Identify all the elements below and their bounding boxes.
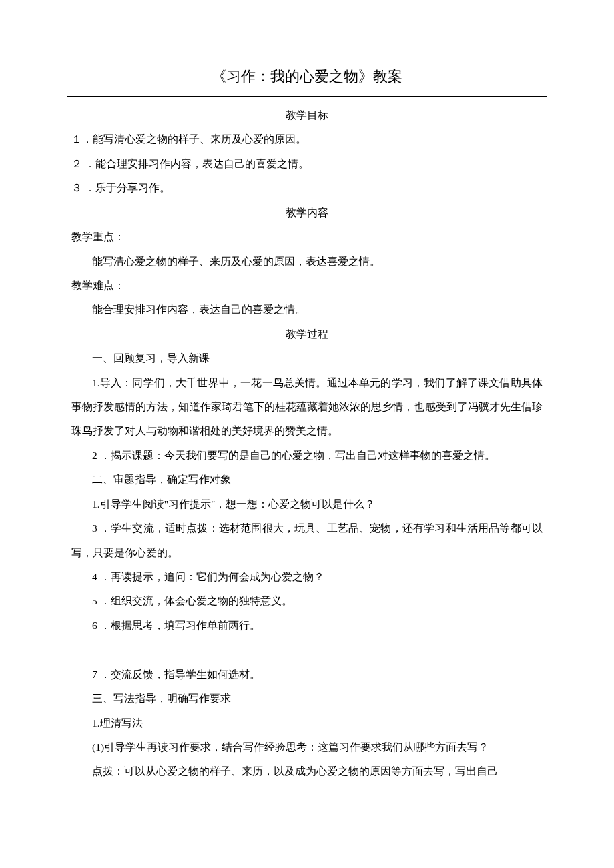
- keypoint-text: 能写清心爱之物的样子、来历及心爱的原因，表达喜爱之情。: [71, 250, 543, 274]
- difficulty-label: 教学难点：: [71, 274, 543, 298]
- part2-item-6: 6 ．根据思考，填写习作单前两行。: [71, 614, 543, 638]
- part3-item-1: 1.理清写法: [71, 711, 543, 735]
- part2-item-7: 7 ．交流反馈，指导学生如何选材。: [71, 663, 543, 687]
- blank-line: [71, 638, 543, 662]
- part3-heading: 三、写法指导，明确写作要求: [71, 687, 543, 711]
- keypoint-label: 教学重点：: [71, 225, 543, 249]
- part2-item-3: 3 ．学生交流，适时点拨：选材范围很大，玩具、工艺品、宠物，还有学习和生活用品等…: [71, 516, 543, 565]
- section-heading-content: 教学内容: [71, 201, 543, 225]
- section-heading-process: 教学过程: [71, 322, 543, 346]
- part1-item-1: 1.导入：同学们，大千世界中，一花一鸟总关情。通过本单元的学习，我们了解了课文借…: [71, 371, 543, 444]
- page: 《习作：我的心爱之物》教案 教学目标 １．能写清心爱之物的样子、来历及心爱的原因…: [0, 0, 614, 844]
- goal-item-2: ２ ．能合理安排习作内容，表达自己的喜爱之情。: [71, 152, 543, 176]
- part3-sub-1: (1)引导学生再读习作要求，结合写作经验思考：这篇习作要求我们从哪些方面去写？: [71, 735, 543, 759]
- part3-tip: 点拨：可以从心爱之物的样子、来历，以及成为心爱之物的原因等方面去写，写出自己: [71, 759, 543, 783]
- difficulty-text: 能合理安排习作内容，表达自己的喜爱之情。: [71, 298, 543, 322]
- part2-heading: 二、审题指导，确定写作对象: [71, 468, 543, 492]
- document-title: 《习作：我的心爱之物》教案: [67, 67, 547, 87]
- part1-heading: 一、回顾复习，导入新课: [71, 346, 543, 370]
- section-heading-goals: 教学目标: [71, 103, 543, 127]
- part2-item-4: 4 ．再读提示，追问：它们为何会成为心爱之物？: [71, 565, 543, 589]
- part2-item-5: 5 ．组织交流，体会心爱之物的独特意义。: [71, 589, 543, 613]
- content-box: 教学目标 １．能写清心爱之物的样子、来历及心爱的原因。 ２ ．能合理安排习作内容…: [67, 96, 547, 791]
- goal-item-3: ３ ．乐于分享习作。: [71, 176, 543, 200]
- goal-item-1: １．能写清心爱之物的样子、来历及心爱的原因。: [71, 127, 543, 151]
- part1-item-2: 2 ．揭示课题：今天我们要写的是自己的心爱之物，写出自己对这样事物的喜爱之情。: [71, 444, 543, 468]
- part2-item-1: 1.引导学生阅读"习作提示"，想一想：心爱之物可以是什么？: [71, 492, 543, 516]
